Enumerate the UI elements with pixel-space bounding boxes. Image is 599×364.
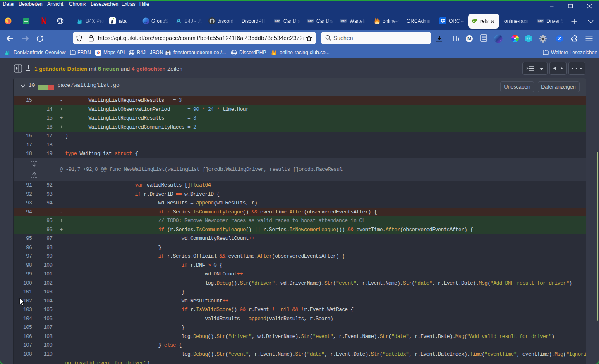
svg-text:PWA: PWA [375,22,379,24]
svg-text:ORC: ORC [341,20,346,22]
svg-text:ORC: ORC [275,20,280,22]
svg-text:ORC: ORC [308,20,313,22]
svg-text:ORC: ORC [538,20,543,22]
